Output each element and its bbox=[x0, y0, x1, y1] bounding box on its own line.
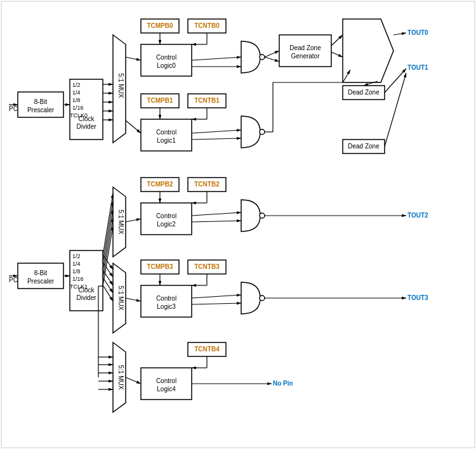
and-gate0 bbox=[241, 41, 260, 73]
div1-1-16: 1/16 bbox=[72, 105, 84, 111]
mux1-to-ctrl0 bbox=[126, 57, 141, 60]
ctrl3-to-and3-bot bbox=[192, 303, 241, 304]
div1-1-4: 1/4 bbox=[72, 89, 81, 96]
control1-label2: Logic1 bbox=[157, 137, 176, 144]
clock-divider1-label2: Divider bbox=[76, 123, 96, 130]
dzgen-to-poly-top bbox=[331, 35, 343, 46]
div2-tclk1: TCLK1 bbox=[70, 283, 88, 290]
dz2-to-tout1 bbox=[385, 73, 406, 146]
tcntb1-label: TCNTB1 bbox=[194, 97, 220, 104]
and-gate2 bbox=[241, 200, 260, 231]
invert1 bbox=[260, 129, 265, 134]
tcntb3-label: TCNTB3 bbox=[194, 263, 220, 270]
mux4-to-ctrl3 bbox=[126, 298, 141, 301]
and-gate3 bbox=[241, 282, 260, 314]
div2-1-4: 1/4 bbox=[72, 261, 81, 267]
prescaler2-label: 8-Bit bbox=[34, 270, 48, 277]
control2-label2: Logic2 bbox=[157, 221, 176, 228]
mux4-label: 5:1 MUX bbox=[117, 286, 124, 311]
tcntb2-label: TCNTB2 bbox=[194, 181, 220, 188]
tcmpb0-label: TCMPB0 bbox=[147, 22, 173, 29]
border bbox=[1, 1, 475, 448]
invert0 bbox=[260, 55, 265, 60]
control1-label: Control bbox=[156, 129, 176, 136]
div2-out5-mux4 bbox=[103, 286, 113, 301]
div1-tclk0: TCLK0 bbox=[70, 112, 88, 119]
output-gate0 bbox=[343, 19, 393, 82]
dead-zone-gen-label2: Generator bbox=[291, 53, 320, 60]
control4-label2: Logic4 bbox=[157, 386, 176, 393]
tout3-label: TOUT3 bbox=[407, 294, 428, 301]
div1-1-8: 1/8 bbox=[72, 97, 81, 103]
invert2 bbox=[260, 213, 265, 218]
control0-label: Control bbox=[156, 54, 176, 61]
control4-label: Control bbox=[156, 377, 176, 384]
tout2-label: TOUT2 bbox=[407, 212, 428, 219]
control3-label2: Logic3 bbox=[157, 303, 176, 310]
dz1-to-tout1 bbox=[385, 68, 406, 93]
and0-to-dzgen-top bbox=[265, 51, 279, 57]
div2-out3-mux4 bbox=[103, 271, 113, 285]
ctrl2-to-and2-bot bbox=[192, 221, 241, 222]
div2-out4-mux4 bbox=[103, 278, 113, 293]
clock-divider2-label2: Divider bbox=[76, 294, 96, 301]
and-gate1 bbox=[241, 116, 260, 148]
div2-1-2: 1/2 bbox=[72, 253, 81, 259]
mux5-label: 5:1 MUX bbox=[117, 365, 124, 390]
invert3 bbox=[260, 296, 265, 301]
ctrl2-to-and2-top bbox=[192, 212, 241, 216]
dead-zone2-label: Dead Zone bbox=[348, 143, 380, 150]
no-pin-label: No Pin bbox=[273, 380, 293, 387]
and0-to-dzgen-bot bbox=[265, 57, 279, 62]
poly-to-tout0 bbox=[393, 33, 406, 35]
dzgen-to-poly-bot bbox=[331, 52, 343, 57]
mux1-to-ctrl1 bbox=[126, 120, 141, 133]
control0-label2: Logic0 bbox=[157, 62, 176, 69]
mux5-to-ctrl4 bbox=[126, 377, 141, 384]
tcmpb1-label: TCMPB1 bbox=[147, 97, 173, 104]
dead-zone1-label: Dead Zone bbox=[348, 89, 380, 96]
ctrl1-to-and1-top bbox=[192, 130, 241, 133]
mux3-to-ctrl2 bbox=[126, 219, 141, 222]
tcntb0-label: TCNTB0 bbox=[194, 22, 220, 29]
control3-label: Control bbox=[156, 295, 176, 302]
prescaler1-label: 8-Bit bbox=[34, 98, 48, 105]
tcmpb3-label: TCMPB3 bbox=[147, 263, 173, 270]
ctrl0-to-and0-top bbox=[192, 57, 241, 60]
prescaler1-label2: Prescaler bbox=[27, 107, 55, 114]
dead-zone-gen-label: Dead Zone bbox=[289, 44, 321, 51]
mux3-label: 5:1 MUX bbox=[117, 210, 124, 235]
mux1-label: 5:1 MUX bbox=[117, 74, 124, 98]
prescaler2-label2: Prescaler bbox=[27, 278, 55, 285]
tcntb4-label: TCNTB4 bbox=[194, 346, 220, 353]
ctrl1-to-and1-bot bbox=[192, 138, 241, 140]
control2-label: Control bbox=[156, 212, 176, 219]
div1-1-2: 1/2 bbox=[72, 82, 81, 88]
tout0-label: TOUT0 bbox=[407, 29, 428, 36]
div2-1-8: 1/8 bbox=[72, 268, 81, 275]
tcmpb2-label: TCMPB2 bbox=[147, 181, 173, 188]
div2-1-16: 1/16 bbox=[72, 276, 84, 282]
ctrl3-to-and3-top bbox=[192, 295, 241, 298]
tout1-label: TOUT1 bbox=[407, 64, 428, 71]
